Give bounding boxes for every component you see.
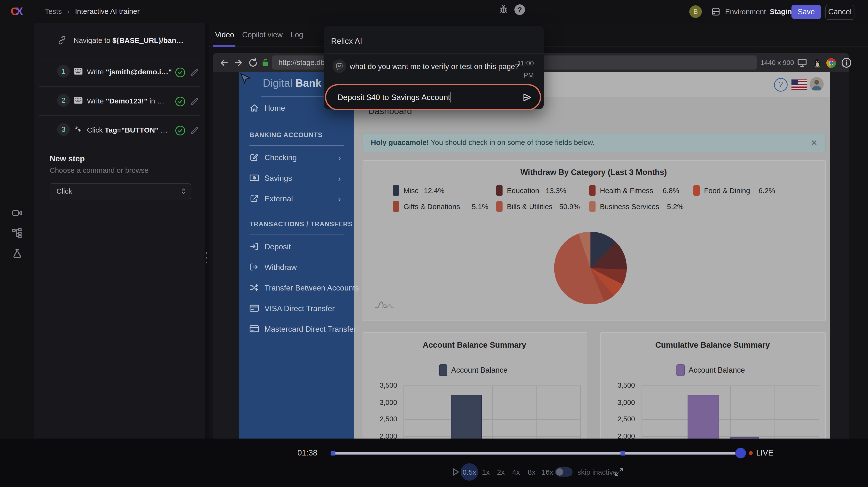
new-step-subtitle: Choose a command or browse xyxy=(50,166,149,175)
alert-close-icon[interactable]: ✕ xyxy=(811,138,817,148)
bug-icon[interactable] xyxy=(498,4,508,14)
bank-nav-label: External xyxy=(265,194,293,203)
breadcrumb-current: Interactive AI trainer xyxy=(75,7,140,15)
external-link-icon xyxy=(249,194,259,203)
relicx-input-value: Deposit $40 to Savings Account xyxy=(337,93,450,102)
edit-step-icon[interactable] xyxy=(190,68,199,77)
bank-nav-label: Mastercard Direct Transfer xyxy=(265,325,356,334)
legend-swatch xyxy=(439,364,447,376)
user-avatar[interactable] xyxy=(810,77,824,91)
info-icon[interactable] xyxy=(841,57,852,68)
expand-icon[interactable] xyxy=(614,467,624,477)
bank-section-heading: TRANSACTIONS / TRANSFERS xyxy=(249,220,352,228)
skip-inactive-toggle[interactable] xyxy=(555,467,572,477)
legend-label: Misc xyxy=(403,187,418,195)
speed-2x[interactable]: 2x xyxy=(497,468,505,476)
avatar[interactable]: B xyxy=(689,5,702,18)
player-progress-track[interactable] xyxy=(331,452,742,455)
play-button[interactable] xyxy=(450,467,461,477)
bank-nav-savings[interactable]: Savings › xyxy=(239,170,354,186)
divider xyxy=(261,96,333,97)
edit-step-icon[interactable] xyxy=(190,126,199,135)
y-tick: 2,500 xyxy=(379,415,397,423)
bank-nav-transfer[interactable]: Transfer Between Accounts xyxy=(239,279,354,296)
panel-resize-handle[interactable] xyxy=(205,23,209,487)
bank-nav-withdraw[interactable]: Withdraw xyxy=(239,258,354,275)
step-row-2[interactable]: 2 Write "Demo123!" in … xyxy=(34,87,205,114)
bank-nav-mastercard[interactable]: Mastercard Direct Transfer xyxy=(239,320,354,337)
flow-tree-icon[interactable] xyxy=(11,228,23,239)
speed-0-5x[interactable]: 0.5x xyxy=(461,463,478,481)
divider xyxy=(249,235,344,235)
home-icon xyxy=(249,103,259,113)
step-row-1[interactable]: 1 Write "jsmith@demo.i…" xyxy=(34,58,205,85)
legend-swatch xyxy=(676,364,685,376)
us-flag-icon[interactable] xyxy=(792,80,807,90)
back-icon[interactable] xyxy=(219,58,229,68)
help-icon[interactable]: ? xyxy=(515,4,525,15)
legend-swatch xyxy=(393,201,399,212)
player-scrubber-knob[interactable] xyxy=(735,448,746,458)
message-time: 11:00 xyxy=(517,59,534,67)
command-select-value: Click xyxy=(56,187,72,195)
tab-log[interactable]: Log xyxy=(290,31,303,39)
progress-marker[interactable] xyxy=(620,451,625,456)
bank-nav-external[interactable]: External › xyxy=(239,190,354,207)
page-help-icon[interactable]: ? xyxy=(774,78,787,92)
new-step-title: New step xyxy=(50,154,85,163)
app-logo[interactable]: CX xyxy=(11,5,23,18)
speed-4x[interactable]: 4x xyxy=(512,468,520,476)
live-dot xyxy=(749,451,753,455)
relicx-message: what do you want me to verify or test on… xyxy=(350,62,519,71)
speed-8x[interactable]: 8x xyxy=(528,468,535,476)
bank-logo[interactable]: Digital Bank xyxy=(263,77,321,89)
bank-nav-deposit[interactable]: Deposit xyxy=(239,238,354,255)
step-label: Click Tag="BUTTON" … xyxy=(87,126,167,134)
send-icon[interactable] xyxy=(522,92,533,103)
cancel-button[interactable]: Cancel xyxy=(826,5,855,20)
link-icon xyxy=(57,35,67,45)
bank-nav-checking[interactable]: Checking › xyxy=(239,149,354,166)
chrome-icon xyxy=(826,58,836,68)
environment-label: Environment xyxy=(725,8,766,16)
refresh-icon[interactable] xyxy=(248,58,258,68)
divider xyxy=(324,53,544,54)
relicx-title: Relicx AI xyxy=(331,37,362,46)
chevron-right-icon: › xyxy=(338,174,341,183)
tab-video[interactable]: Video xyxy=(215,31,234,39)
flask-icon[interactable] xyxy=(11,248,23,259)
url-text: http://stage.dba xyxy=(279,58,329,67)
tab-copilot-view[interactable]: Copilot view xyxy=(242,31,283,39)
save-button[interactable]: Save xyxy=(792,5,821,19)
gridline xyxy=(492,386,493,447)
y-tick: 3,500 xyxy=(379,382,397,389)
legend-value: 13.3% xyxy=(546,187,566,195)
speed-16x[interactable]: 16x xyxy=(541,468,553,476)
lock-icon xyxy=(260,58,270,67)
relicx-ai-panel: Relicx AI what do you want me to verify … xyxy=(324,26,544,109)
divider xyxy=(249,145,344,146)
breadcrumb-root[interactable]: Tests xyxy=(45,7,62,15)
pie-chart-title: Withdraw By Category (Last 3 Months) xyxy=(521,168,667,177)
step-number: 2 xyxy=(57,94,70,106)
step-row-3[interactable]: 3 Click Tag="BUTTON" … xyxy=(34,116,205,144)
alert-text: Holy guacamole! You should check in on s… xyxy=(371,138,595,147)
relicx-input[interactable]: Deposit $40 to Savings Account xyxy=(325,84,541,110)
monitor-icon[interactable] xyxy=(797,57,807,68)
edit-step-icon[interactable] xyxy=(190,97,199,106)
app-window: CX Tests › Interactive AI trainer ? B En… xyxy=(0,0,868,487)
camera-icon[interactable] xyxy=(11,207,23,218)
legend-label: Food & Dining xyxy=(704,187,750,195)
command-select[interactable]: Click xyxy=(50,183,191,200)
speed-1x[interactable]: 1x xyxy=(482,468,490,476)
credit-card-icon xyxy=(249,304,259,312)
navigate-step[interactable]: Navigate to ${BASE_URL}/ban… xyxy=(34,29,205,52)
pie-chart[interactable] xyxy=(554,232,627,304)
legend-label: Account Balance xyxy=(688,366,745,374)
progress-marker[interactable] xyxy=(331,451,335,456)
skip-inactive-label[interactable]: skip inactive xyxy=(578,468,617,476)
step-number: 3 xyxy=(57,123,70,136)
bank-nav-label: Savings xyxy=(265,174,292,183)
bank-nav-visa[interactable]: VISA Direct Transfer xyxy=(239,300,354,317)
forward-icon[interactable] xyxy=(233,58,243,68)
